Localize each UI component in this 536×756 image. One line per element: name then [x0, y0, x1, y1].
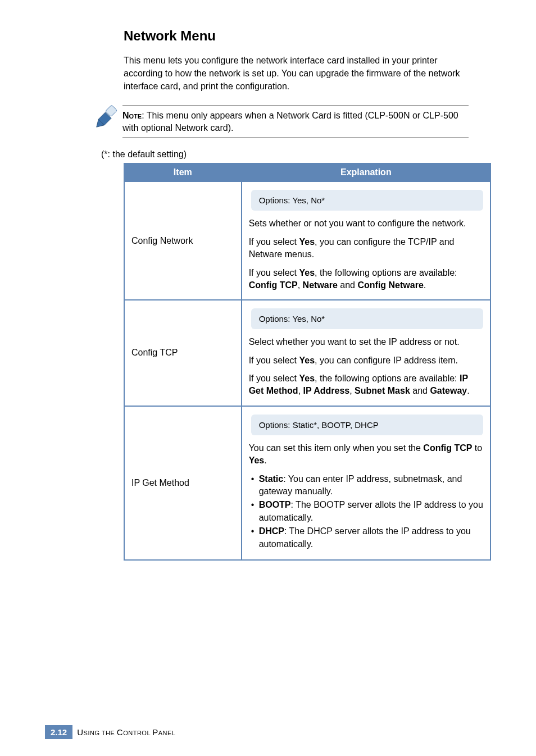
default-setting-note: (*: the default setting)	[101, 149, 491, 160]
item-cell: Config TCP	[124, 300, 242, 406]
table-header-explanation: Explanation	[242, 163, 490, 181]
options-box: Options: Static*, BOOTP, DHCP	[251, 415, 483, 435]
item-cell: Config Network	[124, 181, 242, 300]
cell-paragraph: You can set this item only when you set …	[249, 442, 483, 467]
page-title: Network Menu	[124, 28, 491, 44]
network-menu-table: Item Explanation Config Network Options:…	[124, 163, 491, 561]
cell-paragraph: If you select Yes, the following options…	[249, 372, 483, 398]
explanation-cell: Options: Static*, BOOTP, DHCP You can se…	[242, 406, 490, 560]
explanation-cell: Options: Yes, No* Sets whether or not yo…	[242, 181, 490, 300]
cell-paragraph: If you select Yes, you can configure IP …	[249, 354, 483, 367]
pin-note-icon	[96, 104, 122, 130]
note-text: Note: This menu only appears when a Netw…	[122, 106, 469, 139]
list-item: DHCP: The DHCP server allots the IP addr…	[251, 525, 483, 550]
list-item: Static: You can enter IP address, subnet…	[251, 473, 483, 498]
cell-paragraph: Sets whether or not you want to configur…	[249, 217, 483, 230]
cell-paragraph: If you select Yes, the following options…	[249, 267, 483, 292]
intro-paragraph: This menu lets you configure the network…	[124, 54, 469, 93]
options-box: Options: Yes, No*	[251, 308, 483, 329]
footer-title: Using the Control Panel	[77, 727, 175, 737]
table-row: IP Get Method Options: Static*, BOOTP, D…	[124, 406, 490, 560]
note-block: Note: This menu only appears when a Netw…	[96, 102, 469, 139]
explanation-cell: Options: Yes, No* Select whether you wan…	[242, 300, 490, 406]
table-row: Config TCP Options: Yes, No* Select whet…	[124, 300, 490, 406]
note-body: : This menu only appears when a Network …	[122, 111, 458, 133]
cell-paragraph: If you select Yes, you can configure the…	[249, 236, 483, 261]
options-box: Options: Yes, No*	[251, 190, 483, 211]
table-row: Config Network Options: Yes, No* Sets wh…	[124, 181, 490, 300]
item-cell: IP Get Method	[124, 406, 242, 560]
cell-paragraph: Select whether you want to set the IP ad…	[249, 336, 483, 348]
table-header-item: Item	[124, 163, 242, 181]
note-label: Note	[122, 111, 142, 120]
bullet-list: Static: You can enter IP address, subnet…	[249, 473, 483, 550]
page-number-badge: 2.12	[45, 725, 72, 739]
page-footer: 2.12 Using the Control Panel	[45, 725, 175, 739]
list-item: BOOTP: The BOOTP server allots the IP ad…	[251, 499, 483, 524]
